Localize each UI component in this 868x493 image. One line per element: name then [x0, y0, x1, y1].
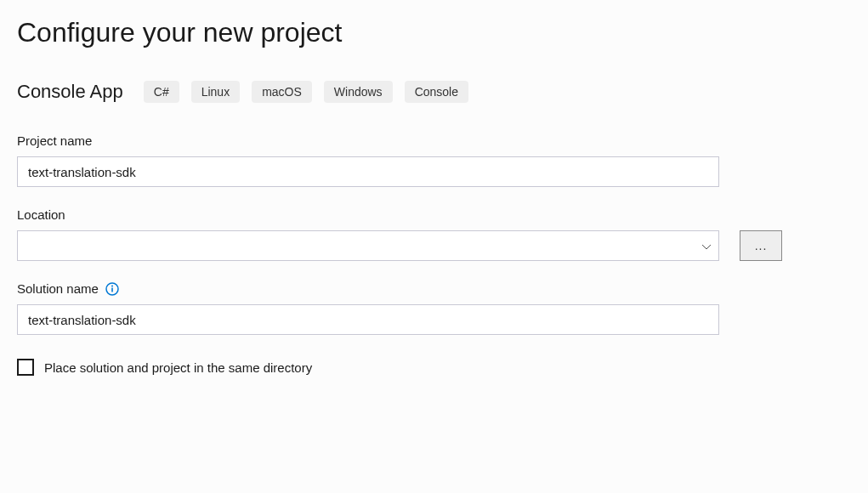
browse-button[interactable]: ...	[740, 230, 782, 261]
solution-name-label: Solution name	[17, 281, 99, 296]
solution-name-group: Solution name	[17, 281, 851, 335]
template-tag: Linux	[191, 81, 240, 103]
project-name-input[interactable]	[17, 156, 719, 187]
same-directory-label[interactable]: Place solution and project in the same d…	[44, 360, 312, 375]
svg-rect-2	[111, 287, 113, 292]
project-name-group: Project name	[17, 133, 851, 187]
same-directory-checkbox[interactable]	[17, 359, 34, 376]
template-tag: Console	[405, 81, 468, 103]
location-combo[interactable]	[17, 230, 719, 261]
template-header: Console App C# Linux macOS Windows Conso…	[17, 81, 851, 103]
template-tag: Windows	[324, 81, 393, 103]
template-tag: C#	[144, 81, 179, 103]
location-group: Location ...	[17, 207, 851, 261]
info-icon[interactable]	[105, 282, 119, 296]
location-label: Location	[17, 207, 851, 222]
same-directory-row: Place solution and project in the same d…	[17, 359, 851, 376]
solution-name-input[interactable]	[17, 304, 719, 335]
project-name-label: Project name	[17, 133, 851, 148]
svg-point-1	[111, 285, 113, 286]
template-tag: macOS	[252, 81, 312, 103]
page-title: Configure your new project	[17, 17, 851, 48]
template-name: Console App	[17, 81, 123, 103]
location-input[interactable]	[17, 230, 719, 261]
